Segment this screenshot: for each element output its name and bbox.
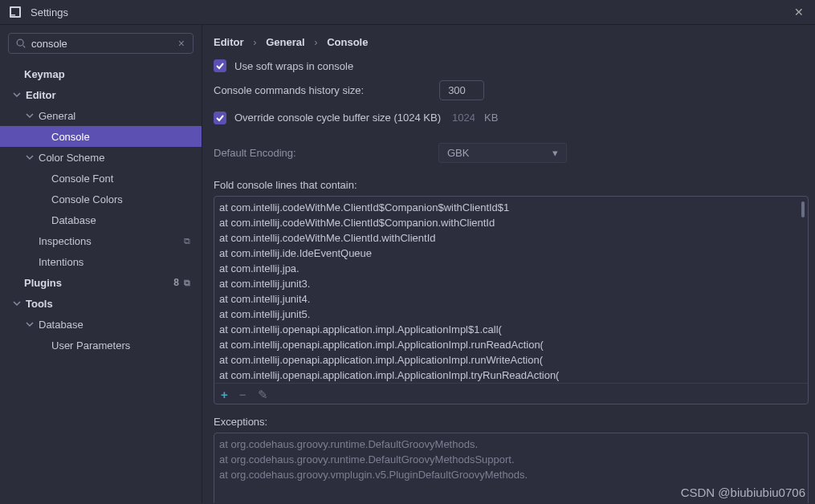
- row-override-buffer: Override console cycle buffer size (1024…: [214, 108, 815, 127]
- tree-item-console[interactable]: Console: [0, 126, 202, 147]
- checkbox-override-buffer[interactable]: [214, 112, 226, 124]
- fold-toolbar: + − ✎: [214, 383, 808, 405]
- list-item[interactable]: at com.intellij.openapi.application.impl…: [219, 322, 803, 337]
- input-buffer-size[interactable]: [447, 108, 479, 127]
- copy-icon: ⧉: [184, 236, 190, 246]
- label-encoding: Default Encoding:: [214, 147, 438, 159]
- copy-icon: ⧉: [184, 278, 190, 288]
- select-encoding-value: GBK: [447, 147, 469, 159]
- chevron-down-icon: [11, 298, 22, 309]
- plugins-count: 8: [173, 277, 179, 288]
- chevron-down-icon: [24, 319, 35, 330]
- fold-listbox: at com.intellij.codeWithMe.ClientId$Comp…: [214, 196, 809, 404]
- window-title: Settings: [31, 6, 791, 18]
- crumb-sep: ›: [314, 36, 317, 48]
- clear-icon[interactable]: ×: [177, 37, 186, 50]
- label-soft-wraps: Use soft wraps in console: [234, 60, 353, 72]
- remove-button[interactable]: −: [239, 388, 247, 400]
- list-item[interactable]: at com.intellij.ide.IdeEventQueue: [219, 246, 803, 261]
- search-icon: [15, 38, 26, 49]
- input-history-size[interactable]: [439, 80, 484, 100]
- close-icon[interactable]: ✕: [791, 6, 807, 18]
- main-panel: Editor › General › Console Use soft wrap…: [202, 25, 815, 503]
- list-item[interactable]: at com.intellij.codeWithMe.ClientId$Comp…: [219, 215, 803, 230]
- list-item[interactable]: at com.intellij.junit4.: [219, 291, 803, 307]
- label-override-buffer: Override console cycle buffer size (1024…: [234, 112, 441, 124]
- tree-item-tools[interactable]: Tools: [0, 293, 202, 314]
- tree-item-keymap[interactable]: Keymap: [0, 63, 202, 84]
- tree-item-tools-database[interactable]: Database: [0, 314, 202, 335]
- search-input[interactable]: [31, 38, 177, 50]
- add-button[interactable]: +: [221, 388, 228, 400]
- row-history-size: Console commands history size:: [214, 80, 815, 100]
- svg-point-3: [17, 39, 23, 46]
- label-history-size: Console commands history size:: [214, 84, 364, 96]
- list-item[interactable]: at com.intellij.junit5.: [219, 307, 803, 322]
- tree-item-console-colors[interactable]: Console Colors: [0, 189, 202, 209]
- sidebar: × Keymap Editor General Console Color Sc…: [0, 25, 202, 503]
- label-kb: KB: [484, 112, 498, 124]
- list-item[interactable]: at com.intellij.openapi.application.impl…: [219, 352, 803, 368]
- tree-item-scheme-database[interactable]: Database: [0, 209, 202, 230]
- tree-item-user-parameters[interactable]: User Parameters: [0, 335, 202, 356]
- crumb-general[interactable]: General: [266, 36, 304, 48]
- select-encoding[interactable]: GBK ▾: [438, 143, 567, 163]
- chevron-down-icon: ▾: [552, 147, 558, 159]
- crumb-console[interactable]: Console: [327, 36, 368, 48]
- chevron-down-icon: [11, 89, 22, 100]
- list-item[interactable]: at com.intellij.junit3.: [219, 276, 803, 291]
- fold-items[interactable]: at com.intellij.codeWithMe.ClientId$Comp…: [214, 197, 808, 383]
- scrollbar-thumb[interactable]: [801, 201, 805, 217]
- list-item[interactable]: at org.codehaus.groovy.runtime.DefaultGr…: [219, 437, 803, 452]
- list-item[interactable]: at com.intellij.openapi.application.impl…: [219, 337, 803, 352]
- exceptions-items[interactable]: at org.codehaus.groovy.runtime.DefaultGr…: [214, 433, 808, 503]
- edit-button[interactable]: ✎: [258, 388, 268, 400]
- tree-item-general[interactable]: General: [0, 105, 202, 126]
- tree-item-intentions[interactable]: Intentions: [0, 251, 202, 272]
- list-item[interactable]: at org.codehaus.groovy.vmplugin.v5.Plugi…: [219, 467, 803, 482]
- svg-line-4: [23, 46, 26, 48]
- list-item[interactable]: at com.intellij.codeWithMe.ClientId.with…: [219, 230, 803, 246]
- settings-tree: Keymap Editor General Console Color Sche…: [0, 60, 202, 503]
- row-soft-wraps: Use soft wraps in console: [214, 59, 815, 72]
- svg-rect-2: [11, 14, 15, 16]
- list-item[interactable]: at com.intellij.codeWithMe.ClientId$Comp…: [219, 200, 803, 215]
- crumb-editor[interactable]: Editor: [214, 36, 244, 48]
- app-icon: [8, 5, 22, 19]
- chevron-down-icon: [24, 110, 35, 121]
- tree-item-inspections[interactable]: Inspections⧉: [0, 230, 202, 251]
- label-exceptions: Exceptions:: [214, 416, 815, 428]
- checkbox-soft-wraps[interactable]: [214, 59, 226, 72]
- crumb-sep: ›: [253, 36, 256, 48]
- titlebar: Settings ✕: [0, 0, 815, 25]
- tree-item-console-font[interactable]: Console Font: [0, 168, 202, 189]
- label-fold: Fold console lines that contain:: [214, 179, 815, 191]
- exceptions-listbox: at org.codehaus.groovy.runtime.DefaultGr…: [214, 433, 809, 503]
- tree-item-color-scheme[interactable]: Color Scheme: [0, 147, 202, 168]
- list-item[interactable]: at org.codehaus.groovy.runtime.DefaultGr…: [219, 452, 803, 467]
- tree-item-editor[interactable]: Editor: [0, 84, 202, 105]
- tree-item-plugins[interactable]: Plugins8⧉: [0, 272, 202, 293]
- breadcrumb: Editor › General › Console: [214, 36, 815, 48]
- list-item[interactable]: at com.intellij.jpa.: [219, 261, 803, 276]
- chevron-down-icon: [24, 152, 35, 163]
- list-item[interactable]: at com.intellij.openapi.application.impl…: [219, 368, 803, 383]
- search-input-wrap: ×: [8, 33, 194, 54]
- row-encoding: Default Encoding: GBK ▾: [214, 143, 815, 163]
